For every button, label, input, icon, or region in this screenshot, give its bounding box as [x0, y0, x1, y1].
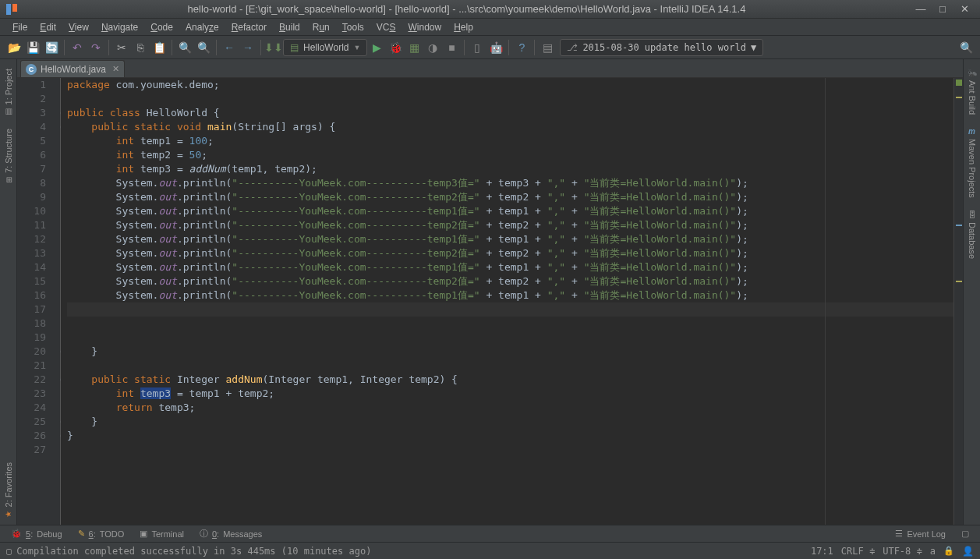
paste-button[interactable]: 📋: [150, 38, 168, 57]
search-everywhere-button[interactable]: 🔍: [957, 38, 975, 57]
code-line[interactable]: System.out.println("----------YouMeek.co…: [67, 204, 953, 218]
code-line[interactable]: System.out.println("----------YouMeek.co…: [67, 274, 953, 288]
line-number[interactable]: 18: [17, 317, 46, 331]
run-config-selector[interactable]: ▤ HelloWorld ▼: [283, 39, 367, 56]
code-line[interactable]: System.out.println("----------YouMeek.co…: [67, 190, 953, 204]
line-number[interactable]: 2: [17, 92, 46, 106]
close-button[interactable]: ✕: [953, 2, 975, 17]
line-number[interactable]: 19: [17, 331, 46, 345]
line-number-gutter[interactable]: 1234567891011121314151617181920212223242…: [17, 78, 61, 525]
menu-edit[interactable]: Edit: [34, 20, 62, 34]
line-number[interactable]: 16: [17, 288, 46, 302]
code-line[interactable]: return temp3;: [67, 401, 953, 415]
code-line[interactable]: [67, 302, 953, 317]
line-number[interactable]: 9: [17, 190, 46, 204]
code-line[interactable]: System.out.println("----------YouMeek.co…: [67, 218, 953, 232]
help-button[interactable]: ?: [512, 38, 531, 57]
sync-button[interactable]: 🔄: [42, 38, 61, 57]
menu-run[interactable]: Run: [306, 20, 336, 34]
menu-code[interactable]: Code: [144, 20, 179, 34]
back-button[interactable]: ←: [220, 38, 239, 57]
line-number[interactable]: 17: [17, 302, 46, 317]
status-insert-mode[interactable]: a: [930, 546, 936, 557]
warning-marker[interactable]: [956, 281, 962, 282]
code-line[interactable]: }: [67, 429, 953, 443]
code-line[interactable]: System.out.println("----------YouMeek.co…: [67, 260, 953, 274]
project-structure-button[interactable]: ▤: [538, 38, 557, 57]
toolwindow-terminal[interactable]: ▣Terminal: [133, 527, 190, 540]
line-number[interactable]: 15: [17, 274, 46, 288]
code-line[interactable]: [67, 92, 953, 106]
code-line[interactable]: [67, 359, 953, 373]
vcs-branch-selector[interactable]: ⎇ 2015-08-30 update hello world ▼: [560, 39, 763, 56]
code-editor[interactable]: 1234567891011121314151617181920212223242…: [17, 78, 963, 525]
stop-button[interactable]: ■: [442, 38, 461, 57]
line-number[interactable]: 4: [17, 120, 46, 134]
toolwindow-todo[interactable]: ✎6: TODO: [72, 527, 131, 540]
toolwindow-messages[interactable]: ⓘ0: Messages: [193, 526, 268, 541]
editor-tab-helloworld[interactable]: C HelloWorld.java ✕: [20, 60, 125, 77]
line-number[interactable]: 3: [17, 106, 46, 120]
hector-icon[interactable]: 👤: [962, 546, 974, 557]
line-number[interactable]: 7: [17, 162, 46, 176]
menu-view[interactable]: View: [62, 20, 95, 34]
line-number[interactable]: 5: [17, 134, 46, 148]
menu-tools[interactable]: Tools: [336, 20, 370, 34]
menu-vcs[interactable]: VCS: [370, 20, 402, 34]
lock-icon[interactable]: 🔒: [943, 546, 954, 556]
profiler-button[interactable]: ◑: [423, 38, 442, 57]
code-content[interactable]: package com.youmeek.demo; public class H…: [61, 78, 953, 525]
code-line[interactable]: public static Integer addNum(Integer tem…: [67, 373, 953, 387]
line-number[interactable]: 23: [17, 387, 46, 401]
warning-marker[interactable]: [956, 97, 962, 98]
status-line-separator[interactable]: CRLF ≑: [841, 546, 875, 557]
code-line[interactable]: [67, 317, 953, 331]
line-number[interactable]: 11: [17, 218, 46, 232]
code-line[interactable]: System.out.println("----------YouMeek.co…: [67, 246, 953, 260]
find-button[interactable]: 🔍: [175, 38, 194, 57]
line-number[interactable]: 26: [17, 429, 46, 443]
replace-button[interactable]: 🔍: [194, 38, 213, 57]
line-number[interactable]: 25: [17, 415, 46, 429]
error-stripe[interactable]: [953, 78, 963, 525]
line-number[interactable]: 24: [17, 401, 46, 415]
copy-button[interactable]: ⎘: [131, 38, 150, 57]
debug-button[interactable]: 🐞: [386, 38, 405, 57]
menu-window[interactable]: Window: [402, 20, 448, 34]
cut-button[interactable]: ✂: [112, 38, 131, 57]
code-line[interactable]: int temp3 = addNum(temp1, temp2);: [67, 162, 953, 176]
line-number[interactable]: 27: [17, 443, 46, 457]
line-number[interactable]: 13: [17, 246, 46, 260]
line-number[interactable]: 1: [17, 78, 46, 92]
line-number[interactable]: 10: [17, 204, 46, 218]
status-info-icon[interactable]: ▢: [6, 546, 12, 557]
minimize-button[interactable]: —: [910, 2, 932, 17]
code-line[interactable]: public class HelloWorld {: [67, 106, 953, 120]
coverage-button[interactable]: ▦: [405, 38, 423, 57]
code-line[interactable]: int temp1 = 100;: [67, 134, 953, 148]
code-line[interactable]: System.out.println("----------YouMeek.co…: [67, 288, 953, 302]
menu-navigate[interactable]: Navigate: [95, 20, 144, 34]
line-number[interactable]: 12: [17, 232, 46, 246]
line-number[interactable]: 21: [17, 359, 46, 373]
toolwindow-debug[interactable]: 🐞5: Debug: [5, 527, 69, 540]
forward-button[interactable]: →: [239, 38, 257, 57]
menu-analyze[interactable]: Analyze: [179, 20, 225, 34]
line-number[interactable]: 20: [17, 345, 46, 359]
line-number[interactable]: 8: [17, 176, 46, 190]
code-line[interactable]: package com.youmeek.demo;: [67, 78, 953, 92]
code-line[interactable]: [67, 443, 953, 457]
menu-build[interactable]: Build: [273, 20, 306, 34]
make-button[interactable]: ⬇⬇: [264, 38, 283, 57]
toolwindow-favorites[interactable]: ★2: Favorites: [2, 456, 15, 525]
code-line[interactable]: public static void main(String[] args) {: [67, 120, 953, 134]
code-line[interactable]: System.out.println("----------YouMeek.co…: [67, 232, 953, 246]
menu-refactor[interactable]: Refactor: [225, 20, 273, 34]
open-button[interactable]: 📂: [5, 38, 23, 57]
save-button[interactable]: 💾: [23, 38, 42, 57]
code-line[interactable]: [67, 331, 953, 345]
line-number[interactable]: 14: [17, 260, 46, 274]
code-line[interactable]: }: [67, 415, 953, 429]
hide-tool-windows-button[interactable]: ▢: [955, 527, 975, 540]
maximize-button[interactable]: □: [932, 2, 953, 17]
